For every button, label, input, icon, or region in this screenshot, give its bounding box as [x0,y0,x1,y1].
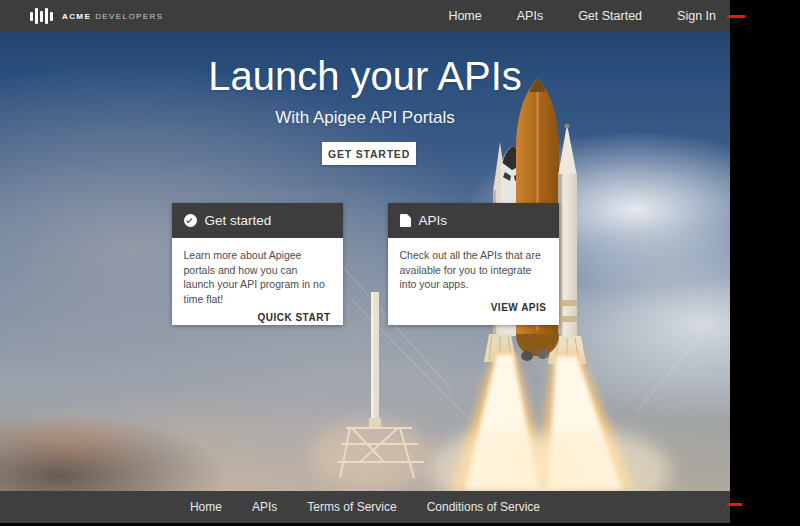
quick-start-link[interactable]: QUICK START [257,312,330,323]
equalizer-logo-icon [30,8,53,24]
card-body-text: Learn more about Apigee portals and how … [172,238,343,307]
nav-item-home[interactable]: Home [448,9,481,23]
nav-item-apis[interactable]: APIs [517,9,543,23]
card-body-text: Check out all the APIs that are availabl… [388,238,559,297]
top-nav-bar: ACMEDEVELOPERS Home APIs Get Started Sig… [0,0,730,32]
card-header: APIs [388,203,559,238]
footer-item-home[interactable]: Home [190,500,222,514]
annotation-marker-top [727,15,745,18]
card-actions: QUICK START [172,307,343,335]
footer-item-conditions[interactable]: Conditions of Service [427,500,540,514]
annotation-marker-bottom [727,503,742,506]
brand-logo[interactable]: ACMEDEVELOPERS [30,8,163,24]
card-get-started: Get started Learn more about Apigee port… [172,203,343,325]
footer-bar: Home APIs Terms of Service Conditions of… [0,491,730,523]
nav-links: Home APIs Get Started Sign In [448,9,716,23]
feature-cards: Get started Learn more about Apigee port… [0,203,730,325]
file-icon [400,214,411,227]
nav-item-get-started[interactable]: Get Started [578,9,642,23]
card-header: Get started [172,203,343,238]
nav-item-sign-in[interactable]: Sign In [677,9,716,23]
card-title: Get started [205,213,272,228]
hero-title: Launch your APIs [0,54,730,99]
footer-item-apis[interactable]: APIs [252,500,277,514]
hero-subtitle: With Apigee API Portals [0,108,730,128]
card-title: APIs [419,213,448,228]
brand-name: ACMEDEVELOPERS [62,12,163,21]
browser-page: ACMEDEVELOPERS Home APIs Get Started Sig… [0,0,730,523]
footer-item-terms[interactable]: Terms of Service [307,500,396,514]
card-apis: APIs Check out all the APIs that are ava… [388,203,559,325]
check-circle-icon [184,214,197,227]
brand-suffix: DEVELOPERS [95,12,163,21]
view-apis-link[interactable]: VIEW APIS [491,302,547,313]
get-started-button[interactable]: GET STARTED [322,142,416,165]
card-actions: VIEW APIS [388,297,559,325]
